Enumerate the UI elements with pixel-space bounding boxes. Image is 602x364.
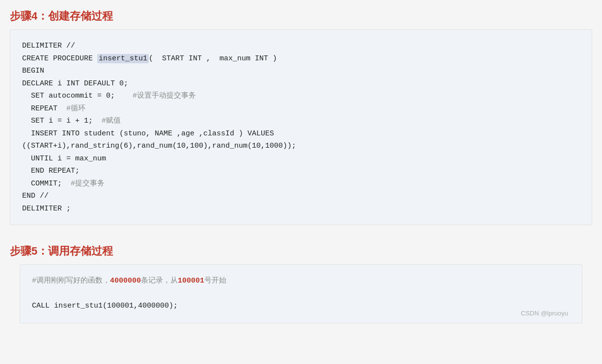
code-line-end-repeat: END REPEAT; [22, 167, 80, 175]
comment-highlight-100001: 100001 [178, 277, 204, 285]
step4-section: 步骤4：创建存储过程 DELIMITER // CREATE PROCEDURE… [0, 0, 602, 225]
code-line-end: END // [22, 192, 49, 200]
code-line-set-i: SET i = i + 1; #赋值 [22, 117, 121, 125]
step5-code-block: #调用刚刚写好的函数，4000000条记录，从100001号开始 CALL in… [20, 264, 582, 323]
code-line-commit: COMMIT; #提交事务 [22, 180, 105, 188]
step5-code-wrapper: mysql #调用刚刚写好的函数，4000000条记录，从100001号开始 C… [10, 264, 592, 323]
procedure-name-highlight: insert_stu1 [97, 54, 149, 63]
code-line-repeat: REPEAT #循环 [22, 104, 85, 113]
step5-section: 步骤5：调用存储过程 mysql #调用刚刚写好的函数，4000000条记录，从… [0, 235, 602, 328]
comment-pre: #调用刚刚写好的函数， [32, 277, 110, 285]
code-line-delimiter2: DELIMITER ; [22, 205, 71, 213]
code-line-set-autocommit: SET autocommit = 0; #设置手动提交事务 [22, 92, 196, 100]
step4-heading-text: 步骤4：创建存储过程 [10, 10, 113, 22]
code-line-insert: INSERT INTO student (stuno, NAME ,age ,c… [22, 130, 274, 138]
page-container: 步骤4：创建存储过程 DELIMITER // CREATE PROCEDURE… [0, 0, 602, 364]
comment-repeat: #循环 [66, 104, 85, 113]
step4-code-block: DELIMITER // CREATE PROCEDURE insert_stu… [10, 29, 592, 225]
code-line-begin: BEGIN [22, 67, 44, 75]
code-line-declare: DECLARE i INT DEFAULT 0; [22, 79, 128, 88]
code-line-values: ((START+i),rand_string(6),rand_num(10,10… [22, 142, 296, 150]
step5-comment-line: #调用刚刚写好的函数，4000000条记录，从100001号开始 [32, 277, 226, 285]
comment-mid: 条记录，从 [141, 277, 178, 285]
comment-post: 号开始 [204, 277, 226, 285]
comment-highlight-4m: 4000000 [110, 277, 141, 285]
comment-commit: #提交事务 [71, 180, 105, 188]
comment-autocommit: #设置手动提交事务 [133, 92, 196, 100]
step5-heading-text: 步骤5：调用存储过程 [10, 245, 113, 257]
step4-heading: 步骤4：创建存储过程 [0, 0, 602, 29]
code-line-delimiter1: DELIMITER // [22, 42, 75, 50]
comment-set-i: #赋值 [102, 117, 121, 125]
call-line: CALL insert_stu1(100001,4000000); [32, 302, 178, 310]
step5-heading: 步骤5：调用存储过程 [0, 235, 602, 264]
csdn-watermark: CSDN @lpruoyu [521, 308, 568, 319]
code-line-until: UNTIL i = max_num [22, 155, 106, 163]
code-line-create: CREATE PROCEDURE insert_stu1( START INT … [22, 54, 277, 63]
